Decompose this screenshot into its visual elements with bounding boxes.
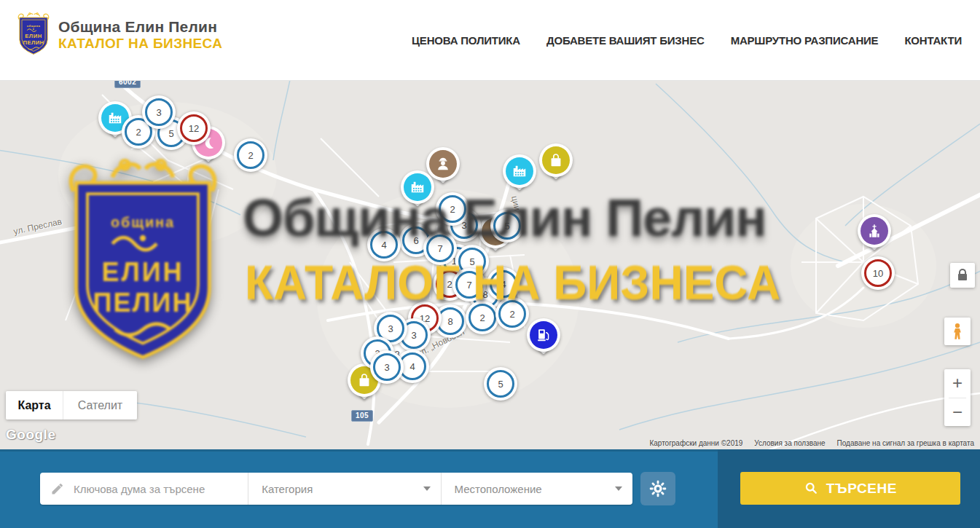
cluster-marker[interactable]: 2 (234, 138, 267, 172)
cluster-marker[interactable]: 2 (466, 301, 499, 334)
cluster-count: 4 (370, 231, 398, 259)
search-form: Категория Местоположение (40, 473, 632, 505)
cluster-marker[interactable]: 5 (490, 209, 524, 243)
worker-icon (435, 156, 451, 172)
category-placeholder: Категория (262, 483, 313, 495)
nav-item-3[interactable]: КОНТАКТИ (904, 34, 962, 47)
cluster-count: 2 (498, 300, 526, 328)
site-subtitle: КАТАЛОГ НА БИЗНЕСА (58, 36, 222, 52)
cluster-marker[interactable]: 3 (142, 95, 176, 129)
lock-control[interactable] (950, 263, 975, 288)
bag-icon (548, 152, 564, 168)
search-bar: Категория Местоположение (0, 449, 980, 528)
cluster-count: 10 (864, 259, 892, 287)
cluster-marker[interactable]: 2 (436, 192, 469, 226)
report-error-link[interactable]: Подаване на сигнал за грешка в картата (837, 439, 974, 447)
site-title: Община Елин Пелин (58, 18, 222, 36)
cluster-count: 4 (490, 270, 517, 298)
keyword-field-wrap (40, 473, 248, 505)
cluster-marker[interactable]: 3 (370, 350, 404, 384)
markers-layer: 523122313256475287481222833343510 (0, 80, 980, 449)
municipality-crest-icon (16, 12, 51, 58)
advanced-settings-button[interactable] (640, 472, 675, 505)
location-placeholder: Местоположение (455, 483, 542, 495)
map-canvas[interactable]: 6002105 ул. Преславбул. „Новоселции 5231… (0, 80, 980, 449)
main-nav: ЦЕНОВА ПОЛИТИКАДОБАВЕТЕ ВАШИЯТ БИЗНЕСМАР… (412, 0, 962, 80)
church-icon (866, 223, 882, 239)
cluster-marker[interactable]: 2 (495, 297, 529, 331)
factory-pin[interactable] (503, 154, 536, 200)
cluster-count: 3 (373, 353, 401, 381)
location-select[interactable]: Местоположение (441, 473, 632, 505)
cluster-count: 2 (237, 141, 264, 169)
pin-head (539, 143, 573, 177)
lock-icon (958, 274, 967, 280)
bag-icon (356, 372, 372, 388)
cluster-marker[interactable]: 10 (861, 256, 895, 290)
cluster-count: 2 (439, 195, 466, 223)
pin-head (527, 318, 560, 352)
pin-head (858, 214, 891, 248)
cluster-marker[interactable]: 12 (177, 111, 211, 145)
church-pin[interactable] (858, 214, 891, 259)
pegman-control[interactable] (944, 318, 971, 345)
cluster-marker[interactable]: 4 (367, 228, 401, 261)
cluster-count: 7 (455, 271, 483, 299)
chevron-down-icon (423, 486, 431, 491)
pegman-icon (949, 322, 965, 341)
factory-pin[interactable] (401, 170, 434, 216)
page: Община Елин Пелин КАТАЛОГ НА БИЗНЕСА ЦЕН… (0, 0, 980, 528)
map-type-map-button[interactable]: Карта (6, 391, 63, 419)
keyword-input[interactable] (72, 482, 248, 496)
search-icon (804, 481, 819, 496)
header: Община Елин Пелин КАТАЛОГ НА БИЗНЕСА ЦЕН… (0, 0, 980, 81)
cluster-count: 5 (493, 212, 521, 240)
site-logo[interactable]: Община Елин Пелин КАТАЛОГ НА БИЗНЕСА (16, 12, 222, 58)
gear-icon (648, 479, 667, 498)
cluster-marker[interactable]: 7 (452, 268, 486, 302)
terms-link[interactable]: Условия за ползване (754, 439, 825, 447)
zoom-out-button[interactable]: − (944, 398, 971, 427)
factory-icon (511, 163, 528, 179)
cluster-marker[interactable]: 7 (423, 232, 457, 265)
cluster-count: 3 (145, 98, 173, 126)
map-attribution: Картографски данни ©2019 Условия за полз… (649, 439, 974, 447)
nav-item-0[interactable]: ЦЕНОВА ПОЛИТИКА (412, 34, 520, 47)
factory-icon (107, 110, 123, 126)
category-select[interactable]: Категория (248, 473, 440, 505)
factory-icon (409, 179, 426, 195)
nav-item-2[interactable]: МАРШРУТНО РАЗПИСАНИЕ (731, 34, 879, 47)
cluster-marker[interactable]: 5 (484, 367, 517, 401)
fuel-icon (536, 327, 552, 343)
pin-head (503, 154, 536, 188)
cluster-count: 2 (469, 304, 496, 331)
google-logo[interactable]: Google (6, 427, 55, 443)
fuel-pin[interactable] (527, 318, 560, 363)
pencil-icon (50, 481, 65, 496)
search-button[interactable]: ТЪРСЕНЕ (740, 472, 960, 505)
cluster-count: 7 (426, 235, 454, 262)
cluster-count: 5 (487, 370, 514, 398)
search-button-label: ТЪРСЕНЕ (826, 481, 897, 497)
cluster-count: 12 (180, 114, 208, 142)
pin-head (401, 170, 434, 204)
zoom-in-button[interactable]: + (944, 369, 971, 398)
map-type-satellite-button[interactable]: Сателит (63, 391, 137, 419)
map-type-toggle: Карта Сателит (6, 391, 137, 419)
cluster-marker[interactable]: 4 (487, 267, 520, 301)
nav-item-1[interactable]: ДОБАВЕТЕ ВАШИЯТ БИЗНЕС (546, 34, 705, 47)
chevron-down-icon (615, 486, 622, 491)
bag-pin[interactable] (539, 143, 573, 189)
attribution-data: Картографски данни ©2019 (649, 439, 742, 447)
zoom-control: + − (944, 369, 971, 426)
